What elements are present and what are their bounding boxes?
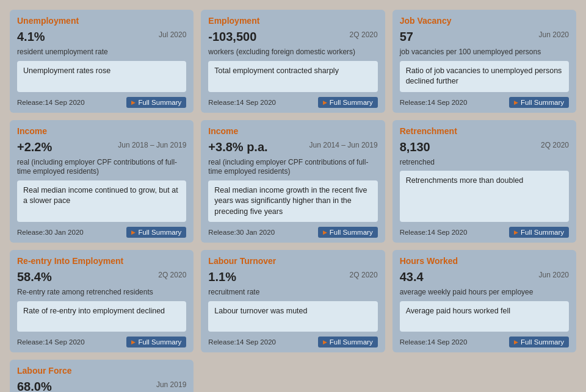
card-income-1: Income +2.2% Jun 2018 – Jun 2019 real (i… (10, 120, 194, 243)
full-summary-button-labour-turnover[interactable]: Full Summary (318, 337, 378, 347)
card-subtitle-unemployment: resident unemployment rate (17, 48, 186, 57)
full-summary-button-income-2[interactable]: Full Summary (318, 227, 378, 238)
card-title-income-1: Income (17, 126, 186, 136)
card-date-labour-force: Jun 2019 (156, 379, 186, 389)
card-subtitle-retrenchment: retrenched (400, 158, 569, 168)
card-subtitle-employment: workers (excluding foreign domestic work… (208, 48, 377, 57)
card-value-hours-worked: 43.4 (400, 269, 424, 284)
card-title-unemployment: Unemployment (17, 16, 186, 26)
full-summary-button-income-1[interactable]: Full Summary (126, 227, 186, 238)
card-description-unemployment: Unemployment rates rose (17, 61, 186, 92)
full-summary-button-employment[interactable]: Full Summary (318, 97, 378, 108)
card-footer-income-1: Release:30 Jan 2020 Full Summary (17, 227, 186, 238)
card-date-labour-turnover: 2Q 2020 (350, 269, 378, 279)
card-header-hours-worked: 43.4 Jun 2020 (400, 269, 569, 284)
card-labour-turnover: Labour Turnover 1.1% 2Q 2020 recruitment… (201, 250, 385, 352)
card-header-job-vacancy: 57 Jun 2020 (400, 29, 569, 44)
card-income-2: Income +3.8% p.a. Jun 2014 – Jun 2019 re… (201, 120, 385, 243)
card-title-retrenchment: Retrenchment (400, 126, 569, 136)
card-reentry: Re-entry Into Employment 58.4% 2Q 2020 R… (10, 250, 194, 352)
card-release-retrenchment: Release:14 Sep 2020 (400, 229, 468, 236)
card-title-employment: Employment (208, 16, 377, 26)
card-unemployment: Unemployment 4.1% Jul 2020 resident unem… (10, 10, 194, 113)
card-description-retrenchment: Retrenchments more than doubled (400, 171, 569, 222)
card-subtitle-hours-worked: average weekly paid hours per employee (400, 288, 569, 298)
card-value-income-1: +2.2% (17, 140, 52, 154)
card-date-unemployment: Jul 2020 (159, 29, 186, 39)
card-subtitle-labour-turnover: recruitment rate (208, 288, 377, 298)
card-title-hours-worked: Hours Worked (400, 256, 569, 266)
full-summary-button-job-vacancy[interactable]: Full Summary (509, 97, 569, 108)
card-value-unemployment: 4.1% (17, 29, 45, 44)
card-date-retrenchment: 2Q 2020 (541, 140, 569, 149)
card-description-employment: Total employment contracted sharply (208, 61, 377, 92)
cards-grid: Unemployment 4.1% Jul 2020 resident unem… (10, 10, 576, 392)
card-footer-reentry: Release:14 Sep 2020 Full Summary (17, 337, 186, 347)
card-header-income-1: +2.2% Jun 2018 – Jun 2019 (17, 140, 186, 154)
card-title-job-vacancy: Job Vacancy (400, 16, 569, 26)
card-value-income-2: +3.8% p.a. (208, 140, 267, 154)
card-header-reentry: 58.4% 2Q 2020 (17, 269, 186, 284)
card-footer-retrenchment: Release:14 Sep 2020 Full Summary (400, 227, 569, 238)
card-subtitle-job-vacancy: job vacancies per 100 unemployed persons (400, 48, 569, 57)
card-release-hours-worked: Release:14 Sep 2020 (400, 338, 468, 346)
card-footer-employment: Release:14 Sep 2020 Full Summary (208, 97, 377, 108)
full-summary-button-reentry[interactable]: Full Summary (126, 337, 186, 347)
card-value-labour-force: 68.0% (17, 379, 52, 392)
card-description-job-vacancy: Ratio of job vacancies to unemployed per… (400, 61, 569, 92)
card-release-employment: Release:14 Sep 2020 (208, 99, 276, 106)
card-header-labour-force: 68.0% Jun 2019 (17, 379, 186, 392)
card-header-income-2: +3.8% p.a. Jun 2014 – Jun 2019 (208, 140, 377, 154)
card-date-hours-worked: Jun 2020 (539, 269, 569, 279)
card-hours-worked: Hours Worked 43.4 Jun 2020 average weekl… (392, 250, 576, 352)
card-description-labour-turnover: Labour turnover was muted (208, 301, 377, 332)
card-footer-unemployment: Release:14 Sep 2020 Full Summary (17, 97, 186, 108)
card-title-labour-force: Labour Force (17, 366, 186, 376)
card-title-reentry: Re-entry Into Employment (17, 256, 186, 266)
card-footer-labour-turnover: Release:14 Sep 2020 Full Summary (208, 337, 377, 347)
card-release-reentry: Release:14 Sep 2020 (17, 338, 85, 346)
card-subtitle-income-2: real (including employer CPF contributio… (208, 158, 377, 177)
card-release-income-1: Release:30 Jan 2020 (17, 229, 84, 236)
card-value-job-vacancy: 57 (400, 29, 413, 44)
card-description-reentry: Rate of re-entry into employment decline… (17, 301, 186, 332)
card-footer-job-vacancy: Release:14 Sep 2020 Full Summary (400, 97, 569, 108)
card-value-labour-turnover: 1.1% (208, 269, 236, 284)
card-footer-hours-worked: Release:14 Sep 2020 Full Summary (400, 337, 569, 347)
card-employment: Employment -103,500 2Q 2020 workers (exc… (201, 10, 385, 113)
card-date-reentry: 2Q 2020 (158, 269, 186, 279)
card-date-income-1: Jun 2018 – Jun 2019 (118, 140, 186, 149)
card-header-employment: -103,500 2Q 2020 (208, 29, 377, 44)
card-retrenchment: Retrenchment 8,130 2Q 2020 retrenched Re… (392, 120, 576, 243)
full-summary-button-hours-worked[interactable]: Full Summary (509, 337, 569, 347)
card-description-income-2: Real median income growth in the recent … (208, 180, 377, 223)
card-release-income-2: Release:30 Jan 2020 (208, 229, 275, 236)
card-date-income-2: Jun 2014 – Jun 2019 (309, 140, 378, 149)
card-value-retrenchment: 8,130 (400, 140, 430, 154)
card-subtitle-reentry: Re-entry rate among retrenched residents (17, 288, 186, 298)
card-labour-force: Labour Force 68.0% Jun 2019 resident lab… (10, 360, 194, 392)
card-description-hours-worked: Average paid hours worked fell (400, 301, 569, 332)
card-header-labour-turnover: 1.1% 2Q 2020 (208, 269, 377, 284)
card-date-job-vacancy: Jun 2020 (539, 29, 569, 39)
card-date-employment: 2Q 2020 (350, 29, 378, 39)
card-header-unemployment: 4.1% Jul 2020 (17, 29, 186, 44)
card-title-income-2: Income (208, 126, 377, 136)
card-value-employment: -103,500 (208, 29, 256, 44)
card-description-income-1: Real median income continued to grow, bu… (17, 180, 186, 223)
full-summary-button-unemployment[interactable]: Full Summary (126, 97, 186, 108)
card-header-retrenchment: 8,130 2Q 2020 (400, 140, 569, 154)
card-footer-income-2: Release:30 Jan 2020 Full Summary (208, 227, 377, 238)
card-title-labour-turnover: Labour Turnover (208, 256, 377, 266)
card-release-unemployment: Release:14 Sep 2020 (17, 99, 85, 106)
card-value-reentry: 58.4% (17, 269, 52, 284)
card-subtitle-income-1: real (including employer CPF contributio… (17, 158, 186, 177)
card-release-labour-turnover: Release:14 Sep 2020 (208, 338, 276, 346)
full-summary-button-retrenchment[interactable]: Full Summary (509, 227, 569, 238)
card-job-vacancy: Job Vacancy 57 Jun 2020 job vacancies pe… (392, 10, 576, 113)
card-release-job-vacancy: Release:14 Sep 2020 (400, 99, 468, 106)
